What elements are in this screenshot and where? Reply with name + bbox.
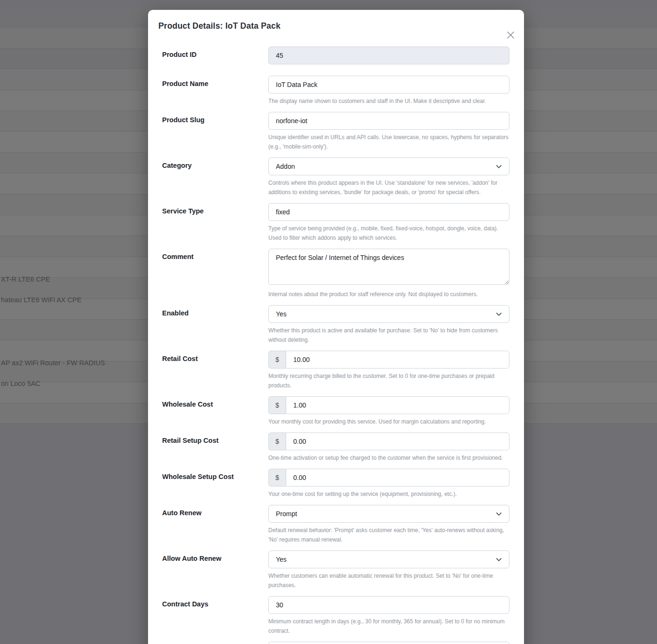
product-slug-helper-text: Unique identifier used in URLs and API c…	[268, 133, 509, 151]
field-label-enabled: Enabled	[162, 305, 268, 345]
service-type-input[interactable]	[268, 203, 509, 221]
form-row-residential: ResidentialYes	[162, 642, 509, 644]
form-row-allow-auto-renew: Allow Auto RenewYesWhether customers can…	[162, 550, 509, 590]
auto-renew-selected-value: Prompt	[276, 510, 297, 518]
allow-auto-renew-helper-text: Whether customers can enable automatic r…	[268, 571, 509, 590]
chevron-down-icon	[495, 510, 502, 518]
field-label-retail-setup-cost: Retail Setup Cost	[162, 432, 268, 463]
wholesale-setup-cost-input-group: $	[268, 469, 509, 487]
field-label-wholesale-cost: Wholesale Cost	[162, 396, 268, 426]
field-label-product-slug: Product Slug	[162, 112, 268, 151]
field-label-residential: Residential	[162, 642, 268, 644]
allow-auto-renew-select[interactable]: Yes	[268, 550, 509, 568]
enabled-select[interactable]: Yes	[268, 305, 509, 323]
form-row-wholesale-cost: Wholesale Cost$Your monthly cost for pro…	[162, 396, 509, 426]
chevron-down-icon	[495, 556, 502, 563]
comment-helper-text: Internal notes about the product for sta…	[268, 290, 509, 299]
x-icon	[506, 31, 515, 39]
form-row-wholesale-setup-cost: Wholesale Setup Cost$Your one-time cost …	[162, 469, 509, 499]
retail-setup-cost-input-group: $	[268, 432, 509, 450]
product-details-modal: Product Details: IoT Data Pack Product I…	[148, 10, 524, 644]
field-label-product-name: Product Name	[162, 76, 268, 106]
close-button[interactable]	[504, 29, 516, 41]
contract-days-helper-text: Minimum contract length in days (e.g., 3…	[268, 617, 509, 636]
retail-cost-input-group: $	[268, 351, 509, 369]
modal-title: Product Details: IoT Data Pack	[158, 21, 514, 31]
form-row-service-type: Service TypeType of service being provid…	[162, 203, 509, 243]
form-row-enabled: EnabledYesWhether this product is active…	[162, 305, 509, 345]
field-label-allow-auto-renew: Allow Auto Renew	[162, 550, 268, 590]
form-row-product-name: Product NameThe display name shown to cu…	[162, 76, 509, 106]
service-type-helper-text: Type of service being provided (e.g., mo…	[268, 224, 509, 243]
wholesale-cost-input-group: $	[268, 396, 509, 414]
category-selected-value: Addon	[276, 163, 295, 170]
form-row-auto-renew: Auto RenewPromptDefault renewal behavior…	[162, 505, 509, 544]
retail-cost-helper-text: Monthly recurring charge billed to the c…	[268, 371, 509, 390]
field-label-product-id: Product ID	[162, 47, 268, 64]
modal-header: Product Details: IoT Data Pack	[148, 10, 524, 31]
chevron-down-icon	[495, 311, 502, 318]
form-row-contract-days: Contract DaysMinimum contract length in …	[162, 596, 509, 636]
comment-textarea[interactable]: Perfect for Solar / Internet of Things d…	[268, 249, 509, 285]
field-label-comment: Comment	[162, 249, 268, 299]
dollar-prefix: $	[268, 469, 286, 487]
category-select[interactable]: Addon	[268, 157, 509, 175]
form-row-comment: CommentPerfect for Solar / Internet of T…	[162, 249, 509, 299]
retail-setup-cost-helper-text: One-time activation or setup fee charged…	[268, 453, 509, 463]
retail-cost-input[interactable]	[286, 351, 509, 369]
auto-renew-helper-text: Default renewal behavior: 'Prompt' asks …	[268, 526, 509, 544]
wholesale-cost-input[interactable]	[286, 396, 509, 414]
chevron-down-icon	[495, 163, 502, 170]
field-label-retail-cost: Retail Cost	[162, 351, 268, 390]
dollar-prefix: $	[268, 432, 286, 450]
enabled-selected-value: Yes	[276, 310, 287, 318]
allow-auto-renew-selected-value: Yes	[276, 556, 287, 563]
retail-setup-cost-input[interactable]	[286, 432, 509, 450]
product-name-helper-text: The display name shown to customers and …	[268, 96, 509, 106]
field-label-category: Category	[162, 157, 268, 197]
modal-body: Product IDProduct NameThe display name s…	[148, 31, 524, 644]
wholesale-cost-helper-text: Your monthly cost for providing this ser…	[268, 417, 509, 426]
dollar-prefix: $	[268, 351, 286, 369]
form-row-retail-setup-cost: Retail Setup Cost$One-time activation or…	[162, 432, 509, 463]
form-row-product-slug: Product SlugUnique identifier used in UR…	[162, 112, 509, 151]
auto-renew-select[interactable]: Prompt	[268, 505, 509, 523]
field-label-wholesale-setup-cost: Wholesale Setup Cost	[162, 469, 268, 499]
category-helper-text: Controls where this product appears in t…	[268, 178, 509, 197]
product-id-input[interactable]	[268, 47, 509, 64]
form-row-category: CategoryAddonControls where this product…	[162, 157, 509, 197]
wholesale-setup-cost-input[interactable]	[286, 469, 509, 487]
product-slug-input[interactable]	[268, 112, 509, 130]
residential-select[interactable]: Yes	[268, 642, 509, 644]
form-row-product-id: Product ID	[162, 47, 509, 64]
enabled-helper-text: Whether this product is active and avail…	[268, 326, 509, 345]
wholesale-setup-cost-helper-text: Your one-time cost for setting up the se…	[268, 489, 509, 499]
contract-days-input[interactable]	[268, 596, 509, 614]
field-label-contract-days: Contract Days	[162, 596, 268, 636]
field-label-auto-renew: Auto Renew	[162, 505, 268, 544]
field-label-service-type: Service Type	[162, 203, 268, 243]
product-name-input[interactable]	[268, 76, 509, 94]
form-row-retail-cost: Retail Cost$Monthly recurring charge bil…	[162, 351, 509, 390]
dollar-prefix: $	[268, 396, 286, 414]
